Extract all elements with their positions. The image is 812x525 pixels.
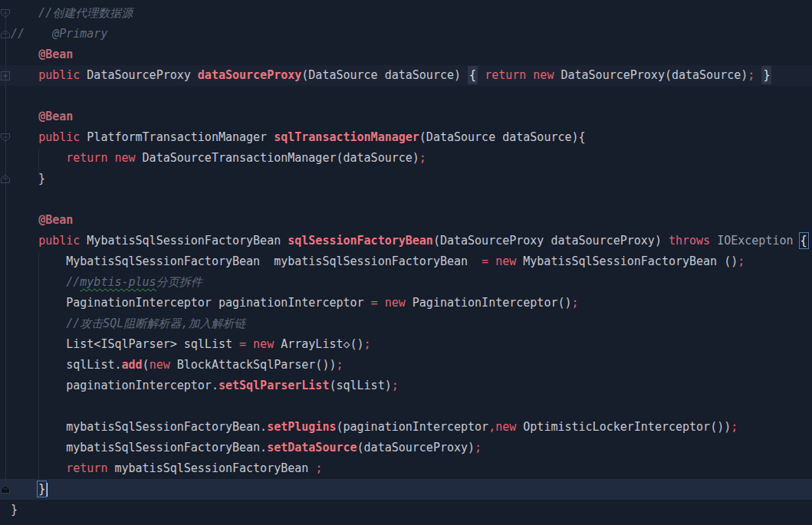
code-line[interactable]: mybatisSqlSessionFactoryBean.setPlugins(…	[0, 417, 812, 438]
matched-brace: }	[38, 482, 45, 496]
code-line[interactable]: List<ISqlParser> sqlList = new ArrayList…	[0, 334, 812, 355]
code-keyword: new	[385, 296, 406, 310]
matched-brace: {	[800, 234, 807, 248]
code-text: sqlList.	[11, 358, 122, 372]
code-keyword: new	[495, 420, 516, 434]
code-text	[11, 68, 38, 82]
code-keyword: new	[533, 68, 554, 82]
code-text: (DataSource dataSource){	[419, 130, 586, 144]
code-operator: ;	[364, 337, 371, 351]
code-line[interactable]: return new DataSourceTransactionManager(…	[0, 148, 812, 169]
code-line[interactable]: }	[0, 479, 812, 500]
code-text: mybatisSqlSessionFactoryBean.	[11, 420, 267, 434]
code-text: }	[11, 172, 45, 185]
code-line[interactable]: @Bean	[0, 107, 812, 127]
code-line[interactable]: }	[0, 169, 812, 189]
code-keyword: new	[114, 151, 135, 165]
code-text	[478, 68, 485, 82]
code-text	[11, 213, 38, 227]
code-text	[378, 296, 385, 310]
code-text: PlatformTransactionManager	[80, 130, 274, 144]
code-text	[11, 110, 38, 123]
fold-end-icon[interactable]	[0, 29, 11, 39]
code-line[interactable]: // @Primary	[0, 24, 812, 44]
code-line[interactable]: MybatisSqlSessionFactoryBean mybatisSqlS…	[0, 251, 812, 272]
code-keyword: public	[38, 130, 80, 144]
fold-end-icon[interactable]	[0, 174, 11, 184]
code-text: MybatisSqlSessionFactoryBean mybatisSqlS…	[11, 254, 482, 268]
code-line[interactable]: public PlatformTransactionManager sqlTra…	[0, 127, 812, 148]
code-text	[710, 234, 717, 248]
code-keyword: return	[485, 68, 526, 82]
code-line[interactable]	[0, 396, 812, 417]
code-text: (paginationInterceptor	[336, 420, 488, 434]
code-line[interactable]: public MybatisSqlSessionFactoryBean sqlS…	[0, 231, 812, 251]
code-operator: ;	[738, 254, 745, 268]
code-operator: =	[371, 296, 378, 310]
code-annotation: @Bean	[38, 110, 73, 123]
code-text: mybatisSqlSessionFactoryBean.	[11, 441, 267, 454]
code-line[interactable]: //创建代理数据源	[0, 3, 812, 24]
code-line[interactable]: public DataSourceProxy dataSourceProxy(D…	[0, 65, 812, 86]
fold-start-icon[interactable]	[0, 8, 11, 18]
code-text	[11, 482, 38, 496]
code-keyword: new	[150, 358, 170, 372]
code-text: paginationInterceptor.	[11, 379, 219, 392]
code-line[interactable]: @Bean	[0, 44, 812, 65]
code-line[interactable]: return mybatisSqlSessionFactoryBean ;	[0, 458, 812, 479]
code-line[interactable]: //mybtis-plus分页拆件	[0, 272, 812, 293]
code-editor: //创建代理数据源// @Primary @Bean public DataSo…	[0, 0, 812, 525]
code-comment: //	[66, 275, 80, 289]
code-text: (dataSourceProxy)	[357, 441, 475, 454]
code-operator: =	[239, 337, 246, 351]
editor-gutter[interactable]	[0, 0, 11, 525]
code-text: MybatisSqlSessionFactoryBean ()	[516, 254, 738, 268]
code-keyword: throws	[669, 234, 710, 248]
code-line[interactable]	[0, 86, 812, 107]
code-line[interactable]: //攻击SQL阻断解析器,加入解析链	[0, 313, 812, 334]
code-comment: 分页拆件	[156, 275, 202, 289]
code-text: MybatisSqlSessionFactoryBean	[80, 234, 288, 248]
text-caret	[46, 483, 48, 497]
code-operator: ;	[419, 151, 426, 165]
fold-structure-line	[5, 11, 6, 483]
code-text	[488, 254, 495, 268]
code-line[interactable]: }	[0, 500, 812, 520]
code-line[interactable]: mybatisSqlSessionFactoryBean.setDataSour…	[0, 438, 812, 458]
code-text	[794, 234, 800, 248]
code-operator: ,	[488, 420, 495, 434]
method-name: dataSourceProxy	[198, 68, 301, 82]
code-area[interactable]: //创建代理数据源// @Primary @Bean public DataSo…	[0, 0, 812, 520]
code-text	[246, 337, 253, 351]
code-operator: ;	[315, 461, 322, 475]
code-text: (DataSource dataSource)	[301, 68, 468, 82]
code-line[interactable]: sqlList.add(new BlockAttackSqlParser());	[0, 355, 812, 376]
fold-start-icon[interactable]	[0, 133, 11, 143]
code-operator: ;	[336, 358, 343, 372]
code-keyword: public	[38, 234, 80, 248]
code-text: (DataSourceProxy dataSourceProxy)	[433, 234, 669, 248]
fold-end-dark-icon[interactable]	[0, 484, 11, 494]
code-text: (sqlList)	[329, 379, 391, 392]
code-text: }	[11, 503, 18, 517]
code-annotation: @Bean	[38, 48, 73, 61]
code-keyword: return	[66, 461, 107, 475]
code-text: DataSourceProxy	[80, 68, 198, 82]
code-line[interactable]: @Bean	[0, 210, 812, 231]
code-text	[11, 317, 66, 330]
code-text: BlockAttackSqlParser())	[170, 358, 337, 372]
method-name: sqlSessionFactoryBean	[288, 234, 433, 248]
code-text: List<ISqlParser> sqlList	[11, 337, 239, 351]
code-text	[11, 151, 66, 165]
method-call: setSqlParserList	[219, 379, 330, 392]
fold-collapsed-icon[interactable]	[0, 71, 11, 80]
code-operator: ;	[731, 420, 738, 434]
code-comment: // @Primary	[11, 27, 107, 41]
code-keyword: new	[253, 337, 274, 351]
code-line[interactable]: PaginationInterceptor paginationIntercep…	[0, 293, 812, 313]
code-text	[11, 234, 38, 248]
code-text: OptimisticLockerInterceptor())	[516, 420, 731, 434]
code-keyword: new	[495, 254, 516, 268]
code-line[interactable]: paginationInterceptor.setSqlParserList(s…	[0, 376, 812, 396]
code-line[interactable]	[0, 189, 812, 210]
